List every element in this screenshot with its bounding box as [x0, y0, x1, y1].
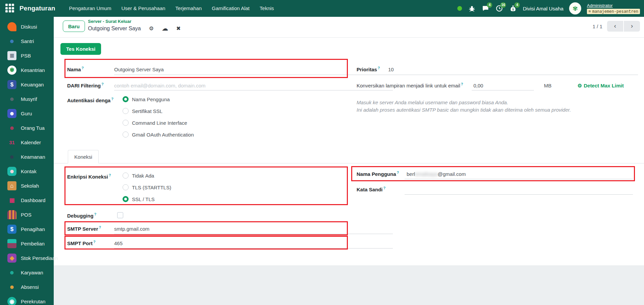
security-icon: ☻ — [7, 152, 16, 161]
sidebar-item-pos[interactable]: POS — [0, 207, 54, 222]
breadcrumb-current: Outgoing Server Saya — [88, 26, 141, 32]
auth-radio-sertifikat-ssl[interactable]: Sertifikat SSL — [123, 108, 163, 114]
attachment-limit-input[interactable]: 0,00 — [473, 83, 483, 88]
annotation-box-enkripsi — [64, 166, 348, 205]
cloud-upload-icon[interactable]: ☁ — [162, 25, 168, 32]
topbar-right: 4 16 $ 4 Divisi Amal Usaha ✾ Administrat… — [457, 2, 644, 14]
sidebar-item-perekrutan[interactable]: ◉ Perekrutan — [0, 294, 54, 305]
radio-icon — [123, 120, 129, 126]
sidebar-item-diskusi[interactable]: Diskusi — [0, 20, 54, 34]
sidebar-item-orang-tua[interactable]: ☻ Orang Tua — [0, 121, 54, 135]
smtp-port-input[interactable]: 465 — [114, 240, 123, 246]
sidebar-item-label: Perekrutan — [21, 299, 45, 304]
form-sheet: Tes Koneksi Nama? Outgoing Server Saya D… — [54, 38, 644, 265]
messages-icon[interactable]: 4 — [481, 4, 490, 12]
priority-input[interactable]: 10 — [388, 67, 394, 72]
sidebar-item-label: Absensi — [21, 284, 39, 290]
sidebar-item-keamanan[interactable]: ☻ Keamanan — [0, 150, 54, 164]
sidebar-item-pembelian[interactable]: Pembelian — [0, 236, 54, 251]
pager-next-button[interactable]: › — [624, 21, 640, 32]
username-input[interactable]: berlemailsaya@gmail.com — [407, 171, 466, 177]
sidebar-item-label: Kesantrian — [21, 67, 45, 73]
user-menu[interactable]: Administrator ≋manajemen-pesantren — [587, 3, 640, 14]
calendar-icon: 31 — [7, 138, 16, 147]
teacher-icon: ☻ — [7, 109, 16, 118]
avatar[interactable]: ✾ — [569, 2, 581, 14]
breadcrumb: Server - Surat Keluar Outgoing Server Sa… — [88, 19, 181, 32]
breadcrumb-parent-link[interactable]: Server - Surat Keluar — [88, 19, 181, 24]
auth-radio-gmail-oauth[interactable]: Gmail OAuth Authentication — [123, 131, 194, 138]
company-switcher[interactable]: Divisi Amal Usaha — [523, 6, 563, 11]
sidebar-item-absensi[interactable]: ☻ Absensi — [0, 280, 54, 294]
mentor-icon: ☻ — [7, 94, 16, 104]
menu-gamification-alat[interactable]: Gamification Alat — [207, 0, 255, 17]
invoicing-icon: $ — [7, 225, 16, 234]
from-filter-input[interactable]: contoh email@domain.com, domain.com — [114, 83, 205, 88]
debugging-checkbox[interactable] — [117, 212, 123, 218]
sales-money-icon[interactable]: $ 4 — [509, 4, 517, 12]
pager: 1 / 1 ‹ › — [593, 21, 640, 32]
tab-koneksi[interactable]: Koneksi — [68, 150, 99, 163]
redacted-text: emailsaya — [415, 171, 438, 177]
discuss-icon — [7, 22, 16, 31]
menu-pengaturan-umum[interactable]: Pengaturan Umum — [64, 0, 117, 17]
pager-previous-button[interactable]: ‹ — [607, 21, 623, 32]
detect-max-limit-button[interactable]: ⚙Detect Max Limit — [578, 83, 624, 89]
gear-icon[interactable]: ⚙ — [149, 25, 153, 32]
dashboard-icon: ▦ — [7, 196, 16, 205]
app-title: Pengaturan — [19, 5, 55, 12]
sidebar-item-keuangan[interactable]: $ Keuangan — [0, 77, 54, 92]
annotation-box-smtp-server — [64, 221, 348, 235]
sidebar-item-musyrif[interactable]: ☻ Musyrif — [0, 92, 54, 106]
name-input[interactable]: Outgoing Server Saya — [114, 67, 164, 72]
smtp-server-input[interactable]: smtp.gmail.com — [114, 226, 149, 232]
pesantren-icon: ✾ — [7, 66, 16, 75]
new-button[interactable]: Baru — [63, 21, 85, 32]
auth-note-1: Masuk ke server Anda melalui username da… — [357, 100, 508, 105]
sidebar-item-kalender[interactable]: 31 Kalender — [0, 135, 54, 150]
sidebar-item-sekolah[interactable]: ⌂ Sekolah — [0, 179, 54, 193]
radio-icon — [123, 173, 129, 179]
test-connection-button[interactable]: Tes Koneksi — [60, 43, 101, 55]
sidebar-item-kontak[interactable]: ☻ Kontak — [0, 164, 54, 179]
auth-radio-command-line[interactable]: Command Line Interface — [123, 120, 187, 126]
apps-menu-icon[interactable] — [5, 4, 15, 13]
sidebar-item-label: POS — [21, 212, 32, 218]
school-icon: ⌂ — [7, 181, 16, 190]
sidebar-item-label: PSB — [21, 53, 31, 59]
close-icon[interactable]: ✖ — [176, 25, 181, 32]
menu-teknis[interactable]: Teknis — [255, 0, 279, 17]
auth-note-2: Ini adalah proses autentikasi SMTP basic… — [357, 107, 571, 113]
smtp-port-label: SMPT Port? — [67, 240, 96, 246]
sidebar-item-label: Sekolah — [21, 183, 39, 189]
sidebar-item-label: Keuangan — [21, 82, 44, 87]
database-badge: ≋manajemen-pesantren — [587, 9, 640, 14]
menu-user-perusahaan[interactable]: User & Perusahaan — [116, 0, 170, 17]
sidebar-item-stok-persediaan[interactable]: ◆ Stok Persediaan — [0, 251, 54, 265]
radio-icon — [123, 108, 129, 114]
priority-label: Prioritas? — [357, 66, 380, 72]
sidebar-item-label: Musyrif — [21, 96, 37, 102]
sidebar-item-label: Kalender — [21, 140, 41, 145]
sidebar-item-karyawan[interactable]: ☻ Karyawan — [0, 265, 54, 280]
encryption-radio-ssl-tls[interactable]: SSL / TLS — [123, 196, 155, 202]
encryption-radio-tls-starttls[interactable]: TLS (STARTTLS) — [123, 184, 171, 190]
auth-radio-nama-pengguna[interactable]: Nama Pengguna — [123, 96, 170, 102]
menu-terjemahan[interactable]: Terjemahan — [170, 0, 206, 17]
finance-icon: $ — [7, 80, 16, 89]
sidebar-item-dashboard[interactable]: ▦ Dashboard — [0, 193, 54, 207]
content-background — [54, 265, 644, 305]
sidebar-item-psb[interactable]: ≣ PSB — [0, 48, 54, 63]
sidebar: Diskusi ☻ Santri ≣ PSB ✾ Kesantrian $ Ke… — [0, 17, 54, 305]
sidebar-item-label: Kontak — [21, 168, 37, 174]
app-screen: Pengaturan Pengaturan Umum User & Perusa… — [0, 0, 644, 305]
sidebar-item-penagihan[interactable]: $ Penagihan — [0, 222, 54, 236]
sidebar-item-kesantrian[interactable]: ✾ Kesantrian — [0, 63, 54, 77]
debug-bug-icon[interactable] — [468, 4, 476, 12]
sidebar-item-label: Orang Tua — [21, 125, 45, 131]
sidebar-item-label: Diskusi — [21, 24, 37, 30]
encryption-radio-tidak-ada[interactable]: Tidak Ada — [123, 173, 154, 179]
sidebar-item-santri[interactable]: ☻ Santri — [0, 34, 54, 48]
sidebar-item-guru[interactable]: ☻ Guru — [0, 106, 54, 121]
activities-clock-icon[interactable]: 16 — [495, 4, 503, 12]
